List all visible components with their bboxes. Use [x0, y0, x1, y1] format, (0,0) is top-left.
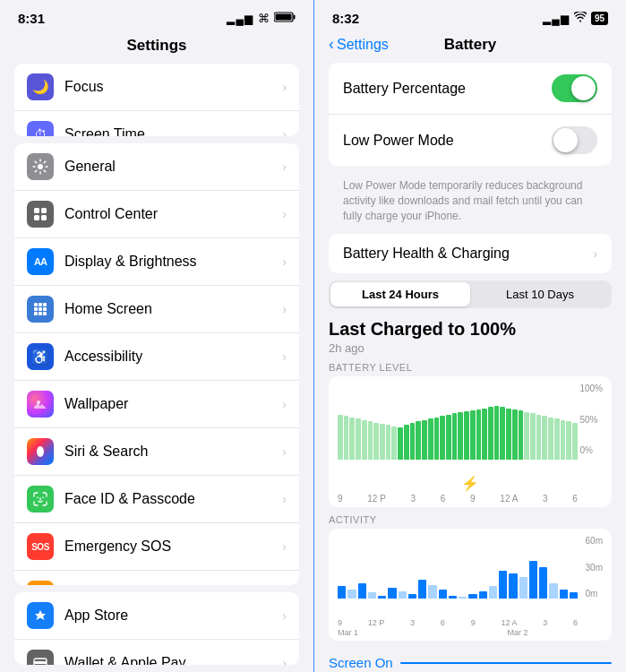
screen-on-row: Screen On [314, 648, 626, 672]
act-y-60: 60m [586, 536, 603, 546]
wallet-icon [27, 650, 54, 665]
activity-bar [378, 596, 386, 599]
app-store-icon [27, 602, 54, 629]
back-label: Settings [337, 37, 389, 53]
svg-rect-9 [39, 303, 42, 306]
activity-bar [418, 580, 426, 599]
display-icon: AA [27, 248, 54, 275]
low-power-mode-toggle[interactable] [552, 126, 597, 154]
battery-x-label: 3 [543, 494, 548, 504]
svg-rect-11 [34, 307, 38, 311]
y-label-100: 100% [579, 383, 603, 393]
activity-bar [439, 590, 447, 599]
settings-item-wallet[interactable]: Wallet & Apple Pay › [14, 640, 299, 665]
settings-item-general[interactable]: General › [14, 143, 299, 191]
svg-rect-15 [39, 312, 42, 315]
exposure-icon [27, 581, 54, 584]
settings-item-control-center[interactable]: Control Center › [14, 191, 299, 238]
app-store-chevron: › [282, 608, 287, 623]
focus-label: Focus [64, 79, 282, 95]
toggle-knob-off [553, 128, 578, 152]
date-labels: Mar 1 Mar 2 [338, 627, 578, 637]
emergency-chevron: › [282, 539, 287, 554]
activity-bar [560, 590, 568, 599]
left-time: 8:31 [18, 11, 45, 26]
screen-on-label: Screen On [329, 655, 393, 670]
display-label: Display & Brightness [64, 254, 282, 270]
battery-level-section: BATTERY LEVEL 100% 50% 0% ⚡ 912 P36912 A… [329, 362, 612, 507]
settings-item-exposure[interactable]: Exposure Notifications › [14, 571, 299, 584]
activity-bar [509, 573, 517, 599]
left-page-title: Settings [0, 31, 313, 64]
signal-icon: ▂▄▆ [227, 13, 253, 25]
battery-x-label: 6 [441, 494, 446, 504]
emergency-label: Emergency SOS [64, 538, 282, 555]
settings-item-emergency[interactable]: SOS Emergency SOS › [14, 523, 299, 571]
left-status-icons: ▂▄▆ ⌘ [227, 12, 296, 25]
right-signal-icon: ▂▄▆ [543, 13, 570, 25]
settings-item-siri[interactable]: Siri & Search › [14, 428, 299, 476]
svg-rect-8 [34, 303, 38, 306]
settings-item-accessibility[interactable]: ♿ Accessibility › [14, 333, 299, 381]
screen-time-label: Screen Time [64, 126, 282, 136]
svg-rect-10 [43, 303, 47, 306]
screen-time-chevron: › [282, 127, 287, 136]
activity-bar [468, 594, 476, 599]
right-page-title: Battery [444, 36, 497, 54]
svg-rect-14 [34, 312, 38, 315]
activity-bar [529, 561, 537, 599]
activity-x-labels: 912 P36912 A36 [338, 618, 578, 627]
time-range-tabs: Last 24 Hours Last 10 Days [329, 280, 612, 308]
activity-x-label: 6 [441, 618, 445, 627]
activity-chart-area: 60m 30m 0m [338, 536, 603, 616]
svg-rect-2 [276, 14, 292, 21]
battery-percentage-toggle[interactable] [552, 74, 597, 102]
svg-rect-4 [34, 208, 39, 213]
general-label: General [64, 159, 282, 175]
focus-icon: 🌙 [27, 73, 54, 100]
activity-label: ACTIVITY [329, 514, 612, 525]
svg-rect-12 [39, 307, 42, 311]
battery-percentage-label: Battery Percentage [343, 81, 466, 97]
battery-icon [274, 12, 296, 25]
focus-chevron: › [282, 80, 287, 94]
settings-item-screen-time[interactable]: ⏱ Screen Time › [14, 111, 299, 136]
settings-item-focus[interactable]: 🌙 Focus › [14, 64, 299, 111]
battery-health-row[interactable]: Battery Health & Charging › [329, 234, 612, 273]
settings-item-face-id[interactable]: Face ID & Passcode › [14, 476, 299, 523]
display-chevron: › [282, 254, 287, 269]
settings-item-home-screen[interactable]: Home Screen › [14, 286, 299, 333]
tab-last-24-hours[interactable]: Last 24 Hours [330, 282, 470, 306]
act-y-30: 30m [586, 563, 603, 573]
svg-point-18 [37, 446, 44, 457]
activity-bar [388, 588, 396, 599]
settings-item-app-store[interactable]: App Store › [14, 592, 299, 640]
svg-point-27 [579, 21, 581, 22]
activity-bar [449, 596, 457, 599]
face-id-label: Face ID & Passcode [64, 491, 282, 507]
svg-rect-16 [43, 312, 47, 315]
face-id-icon [27, 486, 54, 513]
siri-chevron: › [282, 444, 287, 459]
activity-bar [347, 590, 356, 599]
activity-x-label: 12 A [501, 618, 517, 627]
date-mar2: Mar 2 [458, 628, 578, 637]
general-chevron: › [282, 159, 287, 174]
activity-x-label: 9 [338, 618, 342, 627]
battery-x-label: 12 P [367, 494, 386, 504]
charge-info: Last Charged to 100% 2h ago [314, 315, 626, 362]
left-status-bar: 8:31 ▂▄▆ ⌘ [0, 0, 313, 31]
settings-item-display[interactable]: AA Display & Brightness › [14, 238, 299, 286]
tab-last-10-days[interactable]: Last 10 Days [470, 282, 610, 306]
activity-bar [489, 586, 497, 599]
settings-item-wallpaper[interactable]: Wallpaper › [14, 381, 299, 428]
activity-x-label: 12 P [368, 618, 385, 627]
activity-bar [549, 583, 557, 599]
right-nav-bar: ‹ Settings Battery [314, 31, 626, 63]
battery-x-label: 9 [338, 494, 343, 504]
battery-health-label: Battery Health & Charging [343, 246, 510, 262]
battery-percent-badge: 95 [591, 12, 608, 25]
wallet-chevron: › [282, 656, 287, 665]
activity-bar [338, 586, 346, 599]
back-button[interactable]: ‹ Settings [329, 35, 389, 54]
